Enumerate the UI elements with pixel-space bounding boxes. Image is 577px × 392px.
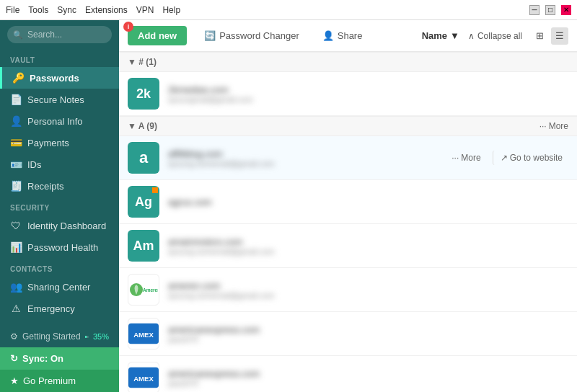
collapse-icon: ∧ (468, 31, 475, 41)
sync-button[interactable]: ↻ Sync: On (0, 347, 119, 370)
list-view-button[interactable]: ☰ (551, 27, 568, 45)
svg-text:AMEX: AMEX (133, 331, 154, 339)
sidebar-item-secure-notes[interactable]: 📄 Secure Notes (0, 89, 119, 110)
password-changer-icon: 🔄 (204, 30, 216, 41)
personal-info-icon: 👤 (10, 115, 22, 127)
password-info: agrus.com (168, 197, 568, 208)
avatar: a (128, 142, 159, 174)
sidebar-item-identity-dashboard[interactable]: 🛡 Identity Dashboard (0, 215, 119, 236)
password-info: 2kmedias.com ayoungmail@gmail.com (168, 84, 568, 104)
progress-bar (85, 336, 89, 338)
progress-percent: 35% (93, 332, 109, 341)
sidebar-item-sharing-center[interactable]: 👥 Sharing Center (0, 276, 119, 298)
main-content: i Add new 🔄 Password Changer 👤 Share Nam… (119, 20, 577, 392)
status-dot (152, 187, 158, 193)
list-item[interactable]: Ag agrus.com (119, 180, 577, 224)
share-label: Share (338, 30, 363, 41)
passwords-icon: 🔑 (12, 72, 24, 84)
group-title-hash[interactable]: ▼ # (1) (128, 57, 157, 67)
share-button[interactable]: 👤 Share (317, 27, 369, 44)
more-button[interactable]: ··· More (446, 151, 486, 165)
sort-button[interactable]: Name ▼ (422, 30, 459, 41)
sidebar-item-personal-info[interactable]: 👤 Personal Info (0, 110, 119, 132)
info-badge: i (123, 22, 133, 32)
search-input[interactable] (7, 26, 112, 43)
search-container (0, 20, 119, 49)
emergency-icon: ⚠ (10, 303, 22, 314)
list-item[interactable]: a affiliblog.com ayoung.somemail@gmail.c… (119, 136, 577, 180)
password-changer-button[interactable]: 🔄 Password Changer (198, 27, 305, 44)
toolbar: i Add new 🔄 Password Changer 👤 Share Nam… (119, 20, 577, 52)
password-health-icon: 📊 (10, 241, 22, 253)
menu-bar: File Tools Sync Extensions VPN Help (6, 5, 180, 15)
ids-icon: 🪪 (10, 159, 22, 170)
password-email: pass570 (168, 379, 568, 388)
sidebar-item-ids[interactable]: 🪪 IDs (0, 153, 119, 175)
menu-help[interactable]: Help (162, 5, 180, 15)
amex-logo: AMEX (128, 367, 159, 388)
password-name: americanexpress.com (168, 324, 568, 335)
password-info: ameren.com ayoung.somemail@gmail.com (168, 280, 568, 300)
svg-text:Ameren: Ameren (143, 288, 158, 293)
menu-file[interactable]: File (6, 5, 19, 15)
goto-website-label: Go to website (510, 153, 563, 163)
sidebar: VAULT 🔑 Passwords 📄 Secure Notes 👤 Perso… (0, 20, 119, 392)
payments-icon: 💳 (10, 137, 22, 148)
goto-website-button[interactable]: ↗ Go to website (493, 151, 568, 165)
sidebar-item-passwords[interactable]: 🔑 Passwords (0, 67, 119, 89)
add-new-button[interactable]: i Add new (128, 26, 187, 45)
premium-button[interactable]: ★ Go Premium (0, 370, 119, 392)
password-name: 2kmedias.com (168, 84, 568, 95)
sidebar-item-password-health[interactable]: 📊 Password Health (0, 236, 119, 258)
group-more-label: More (549, 121, 568, 131)
view-buttons: ⊞ ☰ (531, 27, 568, 45)
sidebar-item-receipts[interactable]: 🧾 Receipts (0, 175, 119, 197)
sync-label: Sync: On (22, 353, 63, 364)
contacts-section-label: CONTACTS (0, 258, 119, 276)
maximize-button[interactable]: □ (545, 5, 555, 15)
password-email: pass570 (168, 335, 568, 344)
minimize-button[interactable]: ─ (529, 5, 539, 15)
password-info: americanexpress.com pass570 (168, 324, 568, 344)
password-name: amainmotors.com (168, 236, 568, 247)
getting-started-label: Getting Started (22, 331, 81, 342)
menu-extensions[interactable]: Extensions (85, 5, 128, 15)
menu-vpn[interactable]: VPN (136, 5, 154, 15)
password-list: ▼ # (1) 2k 2kmedias.com ayoungmail@gmail… (119, 52, 577, 392)
sidebar-item-emergency-label: Emergency (27, 303, 75, 314)
password-email: ayoung.somemail@gmail.com (168, 247, 568, 256)
list-item[interactable]: Am amainmotors.com ayoung.somemail@gmail… (119, 224, 577, 268)
group-title-a[interactable]: ▼ A (9) (128, 121, 157, 131)
group-header-hash: ▼ # (1) (119, 52, 577, 72)
vault-section-label: VAULT (0, 49, 119, 67)
avatar: Ag (128, 186, 159, 218)
password-email: ayoung.somemail@gmail.com (168, 159, 446, 168)
close-button[interactable]: ✕ (561, 5, 571, 15)
list-item[interactable]: AMEX americanexpress.com pass570 (119, 312, 577, 356)
sidebar-item-payments[interactable]: 💳 Payments (0, 132, 119, 153)
password-changer-label: Password Changer (219, 30, 299, 41)
add-new-label: Add new (138, 30, 177, 41)
menu-sync[interactable]: Sync (57, 5, 76, 15)
identity-dashboard-icon: 🛡 (10, 220, 22, 231)
avatar: AMEX (128, 362, 159, 392)
avatar: Ameren (128, 274, 159, 306)
list-item[interactable]: 2k 2kmedias.com ayoungmail@gmail.com (119, 72, 577, 116)
password-email: ayoung.somemail@gmail.com (168, 291, 568, 300)
group-header-a: ▼ A (9) ··· More (119, 116, 577, 136)
sidebar-item-emergency[interactable]: ⚠ Emergency (0, 298, 119, 319)
sidebar-item-ids-label: IDs (27, 159, 42, 170)
menu-tools[interactable]: Tools (28, 5, 48, 15)
sort-arrow-icon: ▼ (450, 30, 459, 41)
sidebar-item-sharing-center-label: Sharing Center (27, 282, 90, 293)
collapse-button[interactable]: ∧ Collapse all (468, 31, 522, 41)
getting-started[interactable]: ⚙ Getting Started 35% (0, 326, 119, 347)
list-item[interactable]: AMEX americanexpress.com pass570 (119, 356, 577, 392)
grid-view-button[interactable]: ⊞ (531, 27, 548, 45)
avatar: 2k (128, 78, 159, 110)
password-name: ameren.com (168, 280, 568, 291)
sync-icon: ↻ (10, 353, 18, 364)
group-more-a[interactable]: ··· More (539, 121, 568, 131)
toolbar-right: Name ▼ ∧ Collapse all ⊞ ☰ (422, 27, 568, 45)
list-item[interactable]: Ameren ameren.com ayoung.somemail@gmail.… (119, 268, 577, 312)
